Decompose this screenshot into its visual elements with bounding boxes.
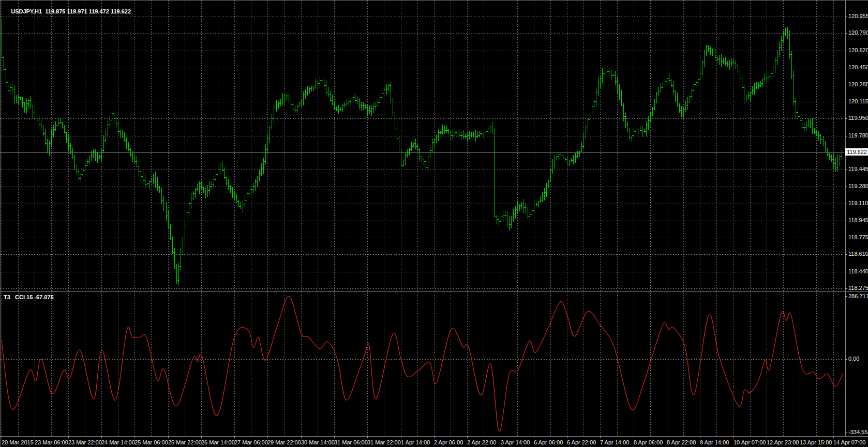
indicator-chart-canvas[interactable] bbox=[1, 292, 868, 436]
price-tick-label: 118.945 bbox=[848, 217, 868, 224]
time-axis-separator bbox=[1, 436, 868, 437]
price-tick-mark bbox=[845, 17, 847, 17]
current-price-badge: 119.622 bbox=[845, 148, 868, 156]
price-tick-label: 118.275 bbox=[848, 285, 868, 291]
price-tick-label: 118.440 bbox=[848, 268, 868, 275]
price-tick-label: 120.285 bbox=[848, 81, 868, 88]
time-tick-label: 24 Mar 14:00 bbox=[101, 439, 135, 446]
ohlc-readout: 119.875 119.971 119.472 119.622 bbox=[45, 8, 131, 14]
price-tick-mark bbox=[845, 33, 847, 34]
mt4-chart-window: USDJPY,H1 119.875 119.971 119.472 119.62… bbox=[0, 0, 868, 447]
time-tick-label: 7 Apr 14:00 bbox=[600, 439, 629, 446]
price-tick-label: 118.775 bbox=[848, 234, 868, 241]
time-tick-label: 30 Mar 14:00 bbox=[301, 439, 335, 446]
indicator-tick-label: 286.717 bbox=[848, 293, 868, 300]
time-tick-label: 8 Apr 06:00 bbox=[634, 439, 663, 446]
time-tick-label: 25 Mar 22:00 bbox=[168, 439, 202, 446]
time-tick-label: 26 Mar 14:00 bbox=[201, 439, 235, 446]
indicator-tick-label: 0.00 bbox=[848, 356, 859, 362]
time-tick-label: 14 Apr 07:00 bbox=[833, 439, 865, 446]
price-tick-mark bbox=[845, 238, 847, 238]
indicator-tick-mark bbox=[845, 296, 847, 297]
time-tick-label: 23 Mar 22:00 bbox=[68, 439, 102, 446]
time-tick-label: 1 Apr 14:00 bbox=[401, 439, 430, 446]
time-tick-label: 6 Apr 22:00 bbox=[567, 439, 596, 446]
price-tick-mark bbox=[845, 68, 847, 68]
chart-title: USDJPY,H1 119.875 119.971 119.472 119.62… bbox=[5, 2, 131, 21]
symbol-period-label: USDJPY,H1 bbox=[11, 8, 42, 14]
indicator-tick-label: -334.55 bbox=[848, 429, 867, 436]
time-tick-label: 3 Apr 14:00 bbox=[501, 439, 530, 446]
time-tick-label: 27 Mar 06:00 bbox=[234, 439, 268, 446]
price-tick-mark bbox=[845, 221, 847, 221]
price-tick-mark bbox=[845, 272, 847, 272]
time-tick-label: 12 Apr 23:00 bbox=[767, 439, 799, 446]
price-tick-mark bbox=[845, 169, 847, 170]
price-chart-canvas[interactable] bbox=[1, 1, 868, 291]
price-tick-label: 120.790 bbox=[848, 29, 868, 36]
price-tick-mark bbox=[845, 102, 847, 102]
indicator-title: T3_ CCI 15 -67.075 bbox=[4, 294, 54, 300]
time-tick-label: 10 Apr 07:00 bbox=[734, 439, 766, 446]
time-tick-label: 31 Mar 22:00 bbox=[367, 439, 401, 446]
time-tick-label: 8 Apr 22:00 bbox=[667, 439, 696, 446]
price-tick-label: 119.280 bbox=[848, 183, 868, 190]
price-bars-series bbox=[1, 20, 843, 285]
price-axis-separator bbox=[845, 1, 846, 436]
time-tick-label: 13 Apr 15:00 bbox=[800, 439, 832, 446]
time-tick-label: 31 Mar 06:00 bbox=[334, 439, 368, 446]
price-tick-label: 120.115 bbox=[848, 98, 868, 105]
price-tick-label: 119.780 bbox=[848, 132, 868, 139]
price-tick-mark bbox=[845, 51, 847, 51]
price-tick-label: 119.110 bbox=[848, 200, 868, 207]
panel-splitter[interactable] bbox=[1, 291, 868, 292]
price-tick-mark bbox=[845, 187, 847, 187]
indicator-tick-mark bbox=[845, 359, 847, 360]
price-tick-label: 119.950 bbox=[848, 115, 868, 121]
time-tick-label: 2 Apr 22:00 bbox=[467, 439, 496, 446]
time-tick-label: 23 Mar 06:00 bbox=[35, 439, 68, 446]
time-tick-label: 20 Mar 2015 bbox=[2, 439, 34, 446]
time-tick-label: 29 Mar 22:00 bbox=[267, 439, 301, 446]
price-tick-mark bbox=[845, 136, 847, 136]
time-tick-label: 9 Apr 14:00 bbox=[700, 439, 729, 446]
price-tick-label: 118.610 bbox=[848, 251, 868, 257]
price-tick-label: 120.450 bbox=[848, 64, 868, 71]
price-tick-mark bbox=[845, 85, 847, 85]
price-tick-mark bbox=[845, 118, 847, 119]
time-tick-label: 25 Mar 06:00 bbox=[134, 439, 168, 446]
price-tick-mark bbox=[845, 288, 847, 289]
price-tick-mark bbox=[845, 204, 847, 204]
price-tick-label: 120.620 bbox=[848, 47, 868, 54]
price-tick-mark bbox=[845, 254, 847, 255]
price-tick-label: 119.445 bbox=[848, 166, 868, 173]
indicator-tick-mark bbox=[845, 433, 847, 433]
time-tick-label: 2 Apr 06:00 bbox=[434, 439, 463, 446]
time-tick-label: 6 Apr 06:00 bbox=[534, 439, 563, 446]
price-tick-label: 120.955 bbox=[848, 13, 868, 20]
